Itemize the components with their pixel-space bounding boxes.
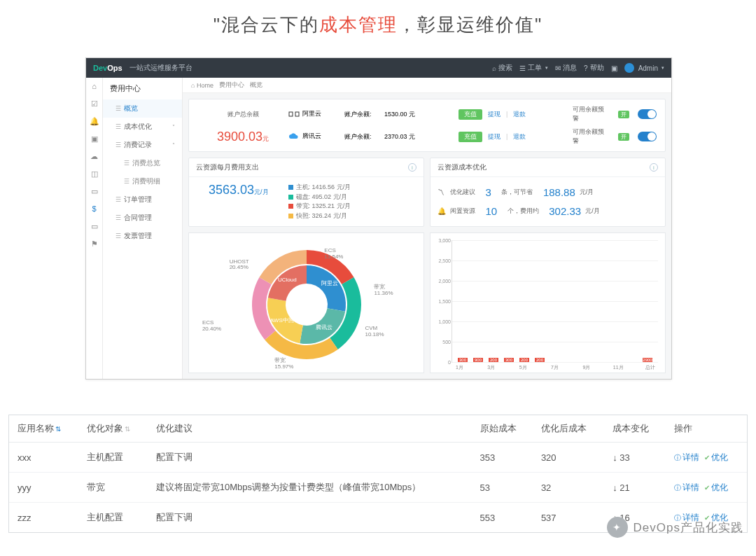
spend-item: 带宽: 1325.21 元/月 [288,202,351,211]
bag-icon[interactable]: ▣ [90,134,99,143]
nav-briefcase[interactable]: ▣ [611,64,617,72]
svg-text:腾讯云: 腾讯云 [315,324,332,331]
cloud-tencent: 腾讯云 [288,132,344,141]
spend-item: 主机: 1416.56 元/月 [288,183,351,193]
camera-icon[interactable]: ▭ [90,187,99,195]
alert-toggle[interactable] [638,132,657,141]
account-summary: 账户总余额 阿里云 账户余额: 1530.00 元 充值 提现 | 退款 可用余… [188,99,666,152]
col-header[interactable]: 优化后成本 [533,415,604,443]
monthly-spend-panel: 云资源每月费用支出i 3563.03元/月 主机: 1416.56 元/月磁盘:… [188,158,424,227]
bar: 900 [473,358,483,362]
cloud-icon[interactable]: ☁ [90,152,99,160]
crumb-a[interactable]: 费用中心 [219,81,244,90]
col-header[interactable]: 成本变化 [604,415,665,443]
briefcase-icon: ▣ [611,64,617,72]
donut-label: ECS13.54% [324,248,343,260]
sidebar-item[interactable]: ☰成本优化˅ [103,118,182,136]
refund-link[interactable]: 退款 [513,132,526,141]
chevron-down-icon: ▾ [662,65,664,71]
logo: DevOps [93,64,122,72]
sidebar-item[interactable]: ☰消费总览 [103,154,182,172]
dollar-icon[interactable]: $ [90,204,99,213]
bell-icon: 🔔 [438,205,446,218]
info-icon[interactable]: i [408,163,416,172]
optimize-link[interactable]: ✔优化 [704,482,728,492]
sidebar-item[interactable]: ☰发票管理 [103,227,182,245]
refund-link[interactable]: 退款 [513,110,526,119]
doc-icon: ☰ [115,123,121,130]
mail-icon: ✉ [555,64,561,72]
tencent-balance: 账户余额: 2370.03 元 [344,132,458,141]
home-icon[interactable]: ⌂ Home [191,82,214,89]
nav-message[interactable]: ✉消息 [555,63,577,73]
info-icon[interactable]: i [650,163,658,172]
check-icon[interactable]: ☑ [90,99,99,108]
col-header[interactable]: 应用名称⇅ [9,415,78,443]
avatar [624,63,634,73]
monthly-spend-amount: 3563.03元/月 [209,183,269,197]
bar: 200 [489,358,498,362]
nav-search[interactable]: ⌕搜索 [492,63,512,73]
spend-item: 磁盘: 495.02 元/月 [288,193,351,202]
svg-text:AWS中国: AWS中国 [270,317,293,323]
help-icon: ? [584,64,588,72]
home-icon[interactable]: ⌂ [90,82,99,90]
nav-help[interactable]: ?帮助 [584,63,604,73]
sidebar-item[interactable]: ☰订单管理 [103,190,182,209]
svg-rect-0 [289,112,293,116]
flag-icon[interactable]: ⚑ [90,239,99,248]
total-balance: 3900.03元 [197,130,288,144]
svg-text:阿里云: 阿里云 [321,280,337,286]
card-icon[interactable]: ▭ [90,222,99,230]
sidebar-item[interactable]: ☰消费明细 [103,172,182,190]
svg-text:UCloud: UCloud [278,277,297,283]
spend-item: 快照: 326.24 元/月 [288,211,351,221]
doc-icon: ☰ [115,105,121,112]
alert-toggle[interactable] [638,109,657,119]
wechat-icon: ✦ [607,517,628,538]
col-header[interactable]: 操作 [666,415,747,443]
sidebar-item[interactable]: ☰合同管理 [103,209,182,227]
app-frame: DevOps 一站式运维服务平台 ⌕搜索 ☰工单▾ ✉消息 ?帮助 ▣ Admi… [85,57,672,380]
recharge-button[interactable]: 充值 [458,132,482,142]
bar: 200 [535,358,545,362]
detail-link[interactable]: ⓘ详情 [674,452,699,462]
recharge-button[interactable]: 充值 [458,109,482,120]
crumb-b: 概览 [250,81,262,90]
col-header[interactable]: 优化建议 [148,415,472,443]
donut-chart: 阿里云腾讯云AWS中国UCloudUHOST20.45%ECS13.54%带宽1… [188,232,424,373]
doc-icon: ☰ [124,178,130,185]
page-title: "混合云下的成本管理，彰显运维价值" [0,0,756,44]
optimization-table: 应用名称⇅优化对象⇅优化建议原始成本优化后成本成本变化操作 xxx主机配置配置下… [8,415,748,533]
svg-rect-1 [295,112,299,116]
aliyun-balance: 账户余额: 1530.00 元 [344,110,458,119]
doc-icon: ☰ [115,214,121,221]
search-icon: ⌕ [492,64,496,72]
table-row: xxx主机配置配置下调35332033ⓘ详情 ✔优化 [9,443,747,473]
sidebar: 费用中心 ☰概览☰成本优化˅☰消费记录˄☰消费总览☰消费明细☰订单管理☰合同管理… [103,78,183,379]
donut-label: CVM10.18% [365,326,384,338]
bell-icon[interactable]: 🔔 [90,117,99,125]
nav-user[interactable]: Admin▾ [624,63,664,73]
detail-link[interactable]: ⓘ详情 [674,482,699,492]
chevron-down-icon: ▾ [545,65,548,71]
withdraw-link[interactable]: 提现 [488,132,500,141]
cost-opt-panel: 云资源成本优化i 〽优化建议 3 条，可节省 188.88元/月 🔔闲置资源 1… [430,158,666,227]
sidebar-item[interactable]: ☰概览 [103,99,182,118]
doc-icon: ☰ [124,160,130,167]
cloud-aliyun: 阿里云 [288,109,344,119]
donut-label: 带宽11.36% [374,284,393,297]
box-icon[interactable]: ◫ [90,169,99,178]
optimize-link[interactable]: ✔优化 [704,452,728,462]
sidebar-title: 费用中心 [103,78,182,99]
sidebar-item[interactable]: ☰消费记录˄ [103,136,182,154]
withdraw-link[interactable]: 提现 [488,110,500,119]
nav-workorder[interactable]: ☰工单▾ [519,63,548,73]
trend-icon: 〽 [438,186,446,199]
doc-icon: ☰ [115,196,121,203]
bar: 2900 [643,358,652,362]
col-header[interactable]: 优化对象⇅ [78,415,148,443]
donut-label: UHOST20.45% [230,259,249,272]
col-header[interactable]: 原始成本 [472,415,533,443]
bar: 300 [458,358,468,362]
